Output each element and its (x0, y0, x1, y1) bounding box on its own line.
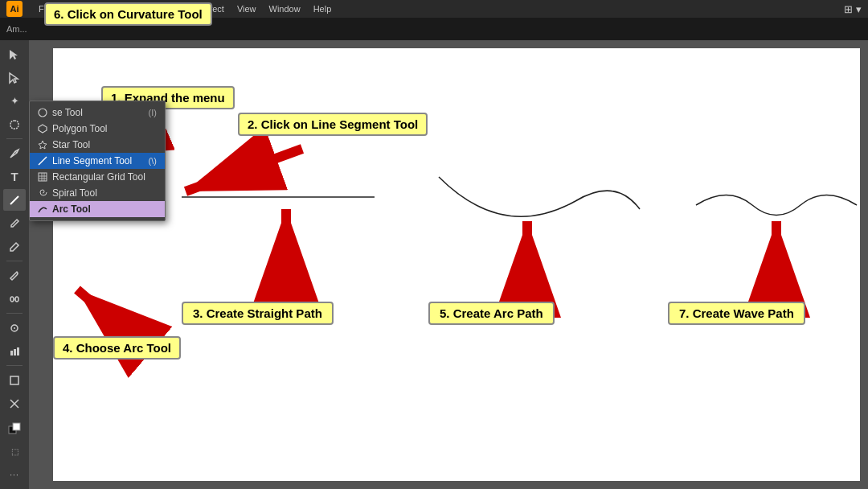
menu-help[interactable]: Help (313, 4, 332, 14)
spiral-tool-label: Spiral Tool (52, 187, 97, 199)
blend-tool[interactable] (3, 288, 26, 310)
arc-tool-label: Arc Tool (52, 203, 91, 215)
pencil-tool[interactable] (3, 236, 26, 257)
separator-2 (6, 261, 23, 261)
dropdown-menu[interactable]: se Tool (I) Polygon Tool Star Tool Line … (29, 101, 166, 221)
canvas-area: se Tool (I) Polygon Tool Star Tool Line … (29, 40, 868, 489)
svg-point-3 (10, 297, 14, 302)
symbol-spray-tool[interactable] (3, 317, 26, 339)
svg-line-27 (39, 157, 47, 165)
svg-point-7 (14, 327, 15, 329)
canvas-svg (53, 48, 860, 481)
svg-point-4 (15, 297, 18, 302)
step5-label: 5. Create Arc Path (428, 302, 555, 325)
separator-3 (6, 313, 23, 314)
line-segment-shortcut: (\) (149, 156, 157, 166)
select-tool[interactable] (3, 43, 26, 65)
svg-rect-9 (14, 349, 16, 355)
svg-marker-1 (10, 73, 18, 83)
step7-label: 7. Create Wave Path (668, 302, 805, 325)
svg-rect-11 (10, 376, 18, 384)
type-tool[interactable]: T (3, 166, 26, 187)
menu-window[interactable]: Window (269, 4, 301, 14)
ai-logo: Ai (6, 1, 23, 17)
main-layout: ✦ T (0, 40, 868, 489)
line-segment-tool[interactable] (3, 189, 26, 211)
change-screen-mode[interactable]: ⬚ (3, 441, 26, 462)
column-graph-tool[interactable] (3, 340, 26, 362)
line-segment-tool-label: Line Segment Tool (52, 155, 132, 166)
toolbar: ✦ T (0, 40, 29, 489)
direct-select-tool[interactable] (3, 67, 26, 88)
spiral-tool-item[interactable]: Spiral Tool (30, 185, 165, 201)
fill-stroke[interactable] (3, 417, 26, 439)
svg-rect-15 (13, 423, 20, 430)
paintbrush-tool[interactable] (3, 212, 26, 234)
svg-line-22 (186, 149, 302, 191)
star-tool-item[interactable]: Star Tool (30, 137, 165, 153)
ellipse-shortcut: (I) (149, 108, 157, 117)
svg-rect-10 (17, 347, 19, 355)
separator-1 (6, 138, 23, 139)
ellipse-tool-item[interactable]: se Tool (I) (30, 105, 165, 121)
polygon-tool-label: Polygon Tool (52, 123, 108, 134)
slice-tool[interactable] (3, 392, 26, 414)
svg-point-24 (39, 109, 47, 117)
ellipse-tool-label: se Tool (52, 107, 83, 118)
white-canvas (53, 48, 860, 481)
separator-4 (6, 365, 23, 366)
menu-view[interactable]: View (237, 4, 256, 14)
rect-grid-tool-label: Rectangular Grid Tool (52, 171, 145, 183)
step3-label: 3. Create Straight Path (182, 302, 334, 325)
polygon-tool-item[interactable]: Polygon Tool (30, 121, 165, 137)
magic-wand-tool[interactable]: ✦ (3, 90, 26, 112)
grid-icon[interactable]: ⊞ ▾ (844, 3, 862, 15)
pen-tool[interactable] (3, 142, 26, 164)
rectangular-grid-tool-item[interactable]: Rectangular Grid Tool (30, 169, 165, 185)
file-tab: Am... (6, 24, 27, 34)
step6-annotation: 6. Click on Curvature Tool (44, 2, 212, 26)
step2-annotation: 2. Click on Line Segment Tool (238, 113, 428, 136)
svg-rect-28 (39, 173, 47, 181)
star-tool-label: Star Tool (52, 139, 90, 150)
arc-tool-item[interactable]: Arc Tool (30, 201, 165, 217)
svg-line-2 (10, 196, 18, 204)
eyedropper-tool[interactable] (3, 265, 26, 286)
svg-marker-0 (10, 50, 18, 60)
svg-marker-26 (39, 141, 47, 149)
line-segment-tool-item[interactable]: Line Segment Tool (\) (30, 153, 165, 169)
more-tools[interactable]: ··· (3, 464, 26, 486)
artboard-tool[interactable] (3, 369, 26, 391)
step4-annotation: 4. Choose Arc Tool (53, 336, 181, 360)
lasso-tool[interactable] (3, 113, 26, 135)
svg-rect-8 (10, 351, 13, 355)
svg-line-23 (77, 290, 133, 338)
svg-marker-25 (39, 125, 47, 133)
